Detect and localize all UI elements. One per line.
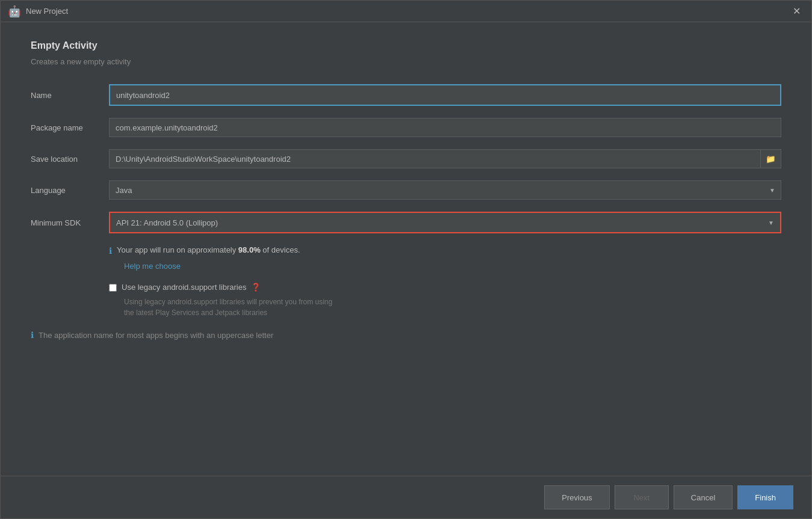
uppercase-warning-text: The application name for most apps begin… [39,331,273,340]
finish-button[interactable]: Finish [737,485,793,509]
legacy-support-help-icon[interactable]: ❓ [251,283,261,292]
package-name-field [109,118,781,137]
minimum-sdk-label: Minimum SDK [31,218,109,227]
name-row: Name [31,84,781,106]
device-coverage-row: ℹ Your app will run on approximately 98.… [109,245,781,256]
legacy-support-description: Using legacy android.support libraries w… [124,296,781,318]
warning-info-icon: ℹ [31,330,34,340]
device-coverage-text: Your app will run on approximately 98.0%… [117,245,300,254]
save-location-label: Save location [31,155,109,164]
save-location-input[interactable] [109,149,761,168]
minimum-sdk-row: Minimum SDK API 16: Android 4.1 (Jelly B… [31,212,781,233]
checkbox-desc-line2: the latest Play Services and Jetpack lib… [124,307,781,318]
help-link-row: Help me choose [124,262,781,271]
name-field-wrapper [109,84,781,106]
save-location-field: 📁 [109,149,781,168]
folder-icon: 📁 [766,155,776,164]
next-button[interactable]: Next [615,485,669,509]
cancel-button[interactable]: Cancel [674,485,733,509]
language-select-wrapper: Java Kotlin ▼ [109,180,781,200]
info-icon: ℹ [109,246,112,256]
package-name-row: Package name [31,118,781,137]
minimum-sdk-select[interactable]: API 16: Android 4.1 (Jelly Bean) API 21:… [110,213,780,232]
title-bar: 🤖 New Project ✕ [1,1,811,22]
form-content: Empty Activity Creates a new empty activ… [1,22,811,476]
save-location-row: Save location 📁 [31,149,781,168]
previous-button[interactable]: Previous [544,485,610,509]
name-label: Name [31,91,109,100]
uppercase-warning-row: ℹ The application name for most apps beg… [31,330,781,340]
minimum-sdk-select-wrapper: API 16: Android 4.1 (Jelly Bean) API 21:… [110,213,780,232]
package-name-input[interactable] [109,118,781,137]
info-prefix: Your app will run on approximately [117,245,238,254]
window-title: New Project [26,7,68,16]
save-location-input-group: 📁 [109,149,781,168]
footer: Previous Next Cancel Finish [1,476,811,518]
legacy-support-label: Use legacy android.support libraries [122,283,246,292]
legacy-support-checkbox-row: Use legacy android.support libraries ❓ [109,283,781,292]
new-project-window: 🤖 New Project ✕ Empty Activity Creates a… [0,0,812,519]
sdk-field-wrapper: API 16: Android 4.1 (Jelly Bean) API 21:… [109,212,781,233]
android-icon: 🤖 [8,5,21,18]
legacy-support-checkbox[interactable] [109,284,117,292]
section-title: Empty Activity [31,40,781,51]
browse-folder-button[interactable]: 📁 [761,149,781,168]
language-field: Java Kotlin ▼ [109,180,781,200]
info-percentage: 98.0% [238,245,261,254]
section-subtitle: Creates a new empty activity [31,57,781,66]
language-row: Language Java Kotlin ▼ [31,180,781,200]
title-bar-left: 🤖 New Project [8,5,68,18]
checkbox-desc-line1: Using legacy android.support libraries w… [124,296,781,307]
package-name-label: Package name [31,123,109,132]
language-select[interactable]: Java Kotlin [109,180,781,200]
help-me-choose-link[interactable]: Help me choose [124,262,181,271]
language-label: Language [31,186,109,195]
info-suffix: of devices. [261,245,300,254]
name-input[interactable] [110,85,780,105]
close-button[interactable]: ✕ [789,4,804,18]
